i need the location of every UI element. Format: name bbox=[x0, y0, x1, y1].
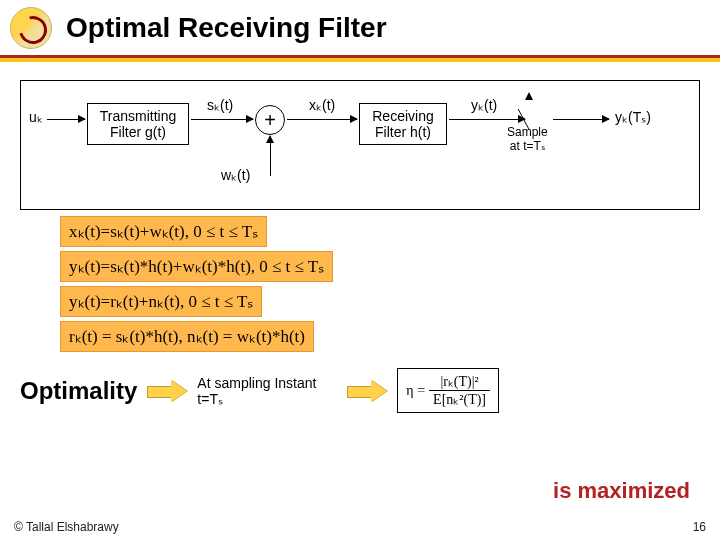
arrow-icon bbox=[191, 119, 253, 120]
equation-row: yₖ(t)=rₖ(t)+nₖ(t), 0 ≤ t ≤ Tₛ bbox=[60, 286, 262, 317]
ykt-label: yₖ(Tₛ) bbox=[615, 109, 651, 125]
is-maximized-text: is maximized bbox=[553, 478, 690, 504]
copyright-text: © Tallal Elshabrawy bbox=[14, 520, 119, 534]
equations-block: xₖ(t)=sₖ(t)+wₖ(t), 0 ≤ t ≤ Tₛ yₖ(t)=sₖ(t… bbox=[60, 216, 660, 352]
eta-denominator: E[nₖ²(T)] bbox=[429, 391, 490, 408]
equation-row: xₖ(t)=sₖ(t)+wₖ(t), 0 ≤ t ≤ Tₛ bbox=[60, 216, 267, 247]
sample-label: Sample at t=Tₛ bbox=[507, 125, 548, 153]
swirl-logo-icon bbox=[10, 7, 52, 49]
arrow-icon bbox=[47, 119, 85, 120]
sampling-instant-text: At sampling Instant t=Tₛ bbox=[197, 375, 337, 407]
eta-formula: η = |rₖ(T)|² E[nₖ²(T)] bbox=[397, 368, 499, 413]
fat-arrow-icon bbox=[147, 382, 187, 400]
fat-arrow-icon bbox=[347, 382, 387, 400]
summing-node: + bbox=[255, 105, 285, 135]
sk-label: sₖ(t) bbox=[207, 97, 233, 113]
page-number: 16 bbox=[693, 520, 706, 534]
transmitting-filter-block: Transmitting Filter g(t) bbox=[87, 103, 189, 145]
receiving-filter-block: Receiving Filter h(t) bbox=[359, 103, 447, 145]
xk-label: xₖ(t) bbox=[309, 97, 335, 113]
equation-row: rₖ(t) = sₖ(t)*h(t), nₖ(t) = wₖ(t)*h(t) bbox=[60, 321, 314, 352]
arrow-icon bbox=[287, 119, 357, 120]
page-title: Optimal Receiving Filter bbox=[66, 12, 387, 44]
signal-flow-diagram: uₖ Transmitting Filter g(t) sₖ(t) + wₖ(t… bbox=[20, 80, 700, 210]
eta-prefix: η = bbox=[406, 383, 425, 399]
up-arrow-icon bbox=[270, 136, 271, 176]
input-signal-label: uₖ bbox=[29, 109, 43, 125]
optimality-heading: Optimality bbox=[20, 377, 137, 405]
arrow-icon bbox=[449, 119, 525, 120]
wk-label: wₖ(t) bbox=[221, 167, 250, 183]
eta-numerator: |rₖ(T)|² bbox=[429, 373, 490, 391]
optimality-row: Optimality At sampling Instant t=Tₛ η = … bbox=[20, 368, 700, 413]
equation-row: yₖ(t)=sₖ(t)*h(t)+wₖ(t)*h(t), 0 ≤ t ≤ Tₛ bbox=[60, 251, 333, 282]
accent-strip bbox=[0, 58, 720, 62]
yk-label: yₖ(t) bbox=[471, 97, 497, 113]
arrow-icon bbox=[553, 119, 609, 120]
